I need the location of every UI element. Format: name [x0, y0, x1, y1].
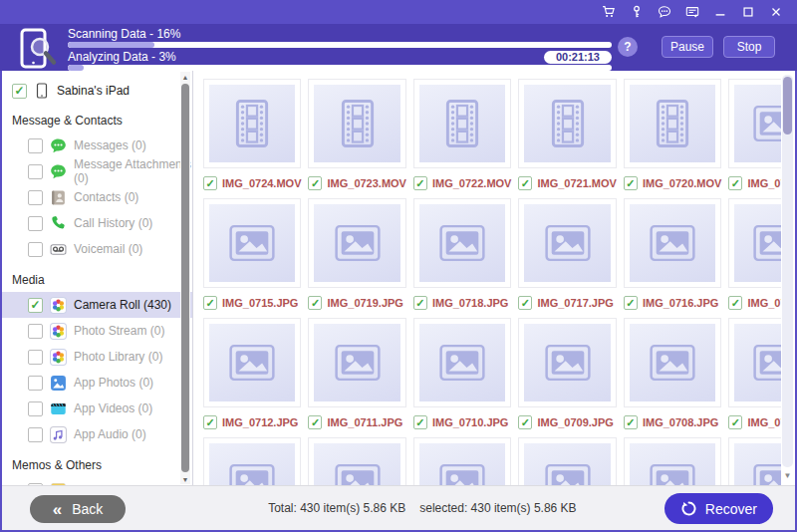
file-cell: ✓IMG_0719.JPG [308, 198, 405, 318]
file-checkbox[interactable]: ✓ [728, 296, 742, 310]
minimize-icon[interactable] [709, 3, 731, 21]
file-checkbox[interactable]: ✓ [518, 296, 532, 310]
file-checkbox[interactable]: ✓ [413, 176, 427, 190]
file-thumbnail[interactable] [308, 198, 405, 288]
file-thumbnail[interactable] [728, 437, 781, 485]
item-checkbox[interactable] [28, 242, 43, 257]
device-row[interactable]: ✓ Sabina's iPad [2, 71, 192, 103]
file-thumbnail[interactable] [518, 79, 616, 168]
item-checkbox[interactable] [28, 164, 43, 179]
device-name: Sabina's iPad [57, 84, 130, 98]
sidebar-item-message-attachments[interactable]: Message Attachments (0) [2, 158, 192, 184]
file-thumbnail[interactable] [728, 79, 781, 168]
file-thumbnail[interactable] [413, 198, 511, 288]
sidebar-item-label: App Videos (0) [74, 401, 152, 415]
scroll-up-icon[interactable]: ▲ [180, 72, 190, 82]
file-thumbnail[interactable] [728, 198, 781, 288]
chat-icon[interactable] [654, 3, 675, 21]
item-checkbox[interactable] [28, 190, 43, 205]
key-icon[interactable] [626, 3, 648, 21]
file-thumbnail[interactable] [203, 79, 301, 168]
stop-button[interactable]: Stop [723, 36, 775, 58]
file-checkbox[interactable]: ✓ [728, 176, 742, 190]
sidebar-item-app-videos[interactable]: App Videos (0) [2, 396, 192, 421]
help-button[interactable]: ? [618, 37, 638, 57]
sidebar-item-contacts[interactable]: Contacts (0) [2, 184, 192, 210]
sidebar-item-label: Message Attachments (0) [74, 157, 192, 185]
file-name: IMG_0715.JPG [222, 297, 298, 309]
sidebar-item-voicemail[interactable]: Voicemail (0) [2, 236, 192, 262]
file-thumbnail[interactable] [203, 198, 301, 288]
item-checkbox[interactable] [28, 350, 43, 365]
grid-scroll-thumb[interactable] [783, 77, 792, 134]
sidebar-item-app-photos[interactable]: App Photos (0) [2, 370, 192, 396]
file-thumbnail[interactable] [203, 437, 301, 485]
sidebar-item-messages[interactable]: Messages (0) [2, 133, 192, 158]
file-thumbnail[interactable] [518, 437, 616, 485]
message-attachments-icon [50, 163, 67, 180]
sidebar-item-camera-roll[interactable]: ✓Camera Roll (430) [2, 292, 192, 318]
file-checkbox[interactable]: ✓ [203, 415, 217, 429]
file-checkbox[interactable]: ✓ [308, 415, 322, 429]
sidebar-item-photo-library[interactable]: Photo Library (0) [2, 344, 192, 370]
file-checkbox[interactable]: ✓ [624, 176, 638, 190]
sidebar-scrollbar[interactable]: ▲ ▼ [180, 72, 190, 484]
file-thumbnail[interactable] [308, 318, 405, 407]
file-thumbnail[interactable] [413, 437, 511, 485]
file-thumbnail[interactable] [308, 79, 405, 168]
file-thumbnail[interactable] [203, 318, 301, 407]
file-thumbnail[interactable] [413, 318, 511, 407]
file-thumbnail[interactable] [518, 318, 616, 407]
file-checkbox[interactable]: ✓ [413, 296, 427, 310]
file-name: IMG_0714.JPG [747, 177, 781, 189]
file-checkbox[interactable]: ✓ [624, 415, 638, 429]
item-checkbox[interactable] [28, 427, 43, 442]
close-icon[interactable] [765, 3, 787, 21]
recover-button[interactable]: Recover [664, 493, 773, 524]
item-checkbox[interactable] [28, 138, 43, 153]
scanning-progress-fill [68, 42, 154, 48]
item-checkbox[interactable] [28, 376, 43, 391]
file-thumbnail[interactable] [518, 198, 616, 288]
back-button-label: Back [72, 501, 103, 517]
file-checkbox[interactable]: ✓ [203, 176, 217, 190]
file-checkbox[interactable]: ✓ [413, 415, 427, 429]
file-name: IMG_0708.JPG [643, 416, 718, 428]
file-checkbox[interactable]: ✓ [518, 415, 532, 429]
jpg-thumbnail-icon [734, 204, 781, 282]
device-checkbox[interactable]: ✓ [12, 84, 27, 99]
sidebar-item-app-audio[interactable]: App Audio (0) [2, 421, 192, 447]
file-thumbnail[interactable] [728, 318, 781, 407]
grid-scroll-down-icon[interactable]: ▼ [782, 470, 793, 481]
file-checkbox[interactable]: ✓ [624, 296, 638, 310]
item-checkbox[interactable] [28, 401, 43, 416]
item-checkbox[interactable]: ✓ [28, 298, 43, 313]
file-checkbox[interactable]: ✓ [308, 296, 322, 310]
file-thumbnail[interactable] [624, 198, 721, 288]
file-checkbox[interactable]: ✓ [728, 415, 742, 429]
sidebar-item-photo-stream[interactable]: Photo Stream (0) [2, 318, 192, 344]
file-thumbnail[interactable] [624, 318, 721, 407]
feedback-icon[interactable] [681, 3, 703, 21]
footer-bar: « Back Total: 430 item(s) 5.86 KB select… [2, 485, 795, 530]
sidebar-item-notes[interactable]: Notes (0) [2, 477, 192, 485]
sidebar-item-call-history[interactable]: Call History (0) [2, 210, 192, 236]
file-thumbnail[interactable] [624, 79, 721, 168]
maximize-icon[interactable] [737, 3, 759, 21]
pause-button[interactable]: Pause [662, 36, 713, 58]
file-checkbox[interactable]: ✓ [518, 176, 532, 190]
app-logo-icon [13, 28, 61, 68]
cart-icon[interactable] [598, 3, 620, 21]
file-checkbox[interactable]: ✓ [308, 176, 322, 190]
sidebar-scroll-thumb[interactable] [181, 84, 189, 472]
file-thumbnail[interactable] [413, 79, 511, 168]
file-checkbox[interactable]: ✓ [203, 296, 217, 310]
back-button[interactable]: « Back [30, 495, 126, 523]
recover-icon [680, 500, 697, 517]
item-checkbox[interactable] [28, 324, 43, 339]
file-thumbnail[interactable] [308, 437, 405, 485]
file-thumbnail[interactable] [624, 437, 721, 485]
grid-scrollbar[interactable] [782, 75, 793, 467]
scroll-down-icon[interactable]: ▼ [180, 474, 190, 484]
item-checkbox[interactable] [28, 216, 43, 231]
